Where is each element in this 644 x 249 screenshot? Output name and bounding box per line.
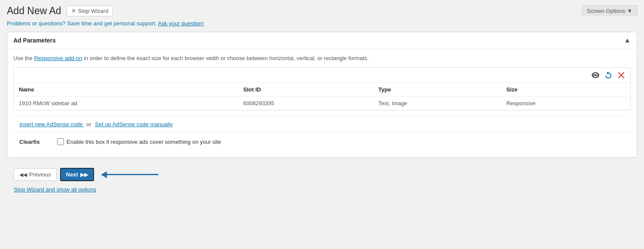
previous-label: Previous (29, 171, 51, 178)
ad-table-wrapper: Name Slot ID Type Size 1910 RMcW sidebar… (13, 67, 631, 110)
screen-options-label: Screen Options (587, 8, 626, 14)
table-row: 1910 RMcW sidebar ad 6008293395 Text, Im… (14, 97, 630, 110)
clearfix-label: Clearfix (19, 139, 54, 145)
cell-type: Text, Image (373, 97, 501, 110)
support-notice: Problems or questions? Save time and get… (7, 20, 637, 27)
clearfix-checkbox[interactable] (57, 138, 64, 145)
panel-title: Ad Parameters (13, 37, 56, 44)
screen-options-button[interactable]: Screen Options ▼ (582, 5, 637, 16)
description-text: Use the Responsive add-on in order to de… (13, 55, 631, 61)
delete-icon[interactable] (617, 70, 626, 80)
ad-table-body: 1910 RMcW sidebar ad 6008293395 Text, Im… (14, 97, 630, 110)
col-type: Type (373, 83, 501, 97)
refresh-icon[interactable] (604, 70, 613, 80)
responsive-addon-link[interactable]: Responsive add-on (34, 55, 82, 61)
ad-table-toolbar (14, 68, 630, 83)
panel-header: Ad Parameters ▲ (7, 32, 637, 49)
setup-manually-link[interactable]: Set up AdSense code manually (95, 121, 173, 128)
ad-table: Name Slot ID Type Size 1910 RMcW sidebar… (14, 83, 630, 110)
clearfix-checkbox-area: Enable this box if responsive ads cover … (57, 138, 221, 145)
clearfix-checkbox-label[interactable]: Enable this box if responsive ads cover … (67, 139, 221, 145)
stop-wizard-label: Stop Wizard (78, 8, 109, 14)
page-title: Add New Ad (7, 5, 61, 17)
ask-question-link[interactable]: Ask your question! (158, 20, 204, 27)
support-text: Problems or questions? Save time and get… (7, 20, 157, 27)
or-separator: or (86, 121, 91, 128)
ad-parameters-panel: Ad Parameters ▲ Use the Responsive add-o… (7, 32, 637, 158)
main-content: Problems or questions? Save time and get… (0, 20, 644, 201)
panel-toggle-button[interactable]: ▲ (624, 36, 631, 44)
clearfix-row: Clearfix Enable this box if responsive a… (13, 132, 631, 151)
bottom-nav: ◀◀ Previous Next ▶▶ (7, 164, 637, 185)
stop-wizard-show-all-link[interactable]: Stop Wizard and show all options (7, 185, 637, 194)
top-bar: Add New Ad ✕ Stop Wizard Screen Options … (0, 0, 644, 20)
col-name: Name (14, 83, 238, 97)
next-button[interactable]: Next ▶▶ (60, 168, 94, 181)
panel-body: Use the Responsive add-on in order to de… (7, 49, 637, 157)
stop-wizard-button[interactable]: ✕ Stop Wizard (67, 6, 113, 16)
arrow-indicator (101, 171, 158, 178)
chevron-down-icon: ▼ (627, 8, 632, 14)
col-slot-id: Slot ID (238, 83, 374, 97)
page-title-area: Add New Ad ✕ Stop Wizard (7, 5, 113, 17)
cell-name: 1910 RMcW sidebar ad (14, 97, 238, 110)
view-icon[interactable] (591, 70, 600, 80)
rewind-icon: ◀◀ (19, 172, 27, 178)
insert-links-row: Insert new AdSense code or Set up AdSens… (13, 116, 631, 132)
previous-button[interactable]: ◀◀ Previous (14, 168, 57, 181)
table-header-row: Name Slot ID Type Size (14, 83, 630, 97)
cell-slot-id: 6008293395 (238, 97, 374, 110)
insert-new-adsense-link[interactable]: Insert new AdSense code (19, 121, 84, 128)
cell-size: Responsive (501, 97, 630, 110)
x-icon: ✕ (71, 8, 76, 14)
ad-table-head: Name Slot ID Type Size (14, 83, 630, 97)
col-size: Size (501, 83, 630, 97)
next-label: Next (66, 171, 78, 178)
arrow-right-icon: ▶▶ (80, 172, 88, 178)
